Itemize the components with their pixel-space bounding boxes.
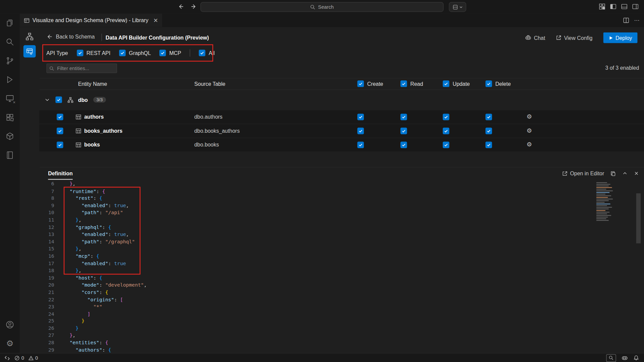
- update-checkbox[interactable]: [443, 114, 449, 120]
- view-config-button[interactable]: View Config: [556, 35, 592, 41]
- errors-indicator[interactable]: 0: [14, 355, 24, 361]
- warnings-indicator[interactable]: 0: [28, 355, 38, 361]
- api-option-mcp[interactable]: MCP: [159, 50, 181, 56]
- delete-checkbox[interactable]: [485, 128, 492, 134]
- remote-explorer-icon[interactable]: ✕: [0, 89, 20, 108]
- read-all-checkbox[interactable]: [400, 80, 407, 87]
- collapse-panel-icon[interactable]: [622, 171, 628, 176]
- search-box[interactable]: Search: [201, 2, 444, 12]
- open-in-editor-button[interactable]: Open in Editor: [562, 170, 604, 176]
- group-checkbox[interactable]: [55, 97, 62, 103]
- customize-layout-icon[interactable]: [599, 3, 605, 10]
- entity-name: books: [84, 141, 100, 147]
- more-actions-icon[interactable]: ⋯: [634, 17, 640, 23]
- api-option-graphql[interactable]: GraphQL: [119, 50, 151, 56]
- source-control-icon[interactable]: [0, 51, 20, 70]
- run-debug-icon[interactable]: [0, 70, 20, 89]
- layout-icon: [452, 4, 458, 10]
- divider: [190, 49, 190, 57]
- update-checkbox[interactable]: [443, 128, 449, 134]
- api-option-all[interactable]: All: [199, 50, 215, 56]
- divider: [101, 34, 102, 41]
- chevron-down-icon[interactable]: [44, 97, 50, 103]
- layout-switcher[interactable]: [449, 2, 466, 12]
- extensions-icon[interactable]: [0, 108, 20, 127]
- read-checkbox[interactable]: [400, 114, 407, 120]
- row-settings-gear-icon[interactable]: ⚙: [527, 127, 532, 134]
- toggle-sidebar-right-icon[interactable]: [632, 3, 639, 10]
- json-editor[interactable]: 6789101112131415161718192021222324252627…: [40, 180, 644, 353]
- mcp-label: MCP: [169, 50, 181, 56]
- editor-tab[interactable]: Visualize and Design Schema (Preview) - …: [20, 13, 162, 27]
- col-update: Update: [443, 80, 470, 87]
- update-checkbox[interactable]: [443, 141, 449, 148]
- row-settings-gear-icon[interactable]: ⚙: [527, 141, 532, 148]
- entity-name: books_authors: [84, 128, 122, 134]
- database-cube-icon[interactable]: [0, 127, 20, 145]
- entity-row-books[interactable]: books dbo.books ⚙: [40, 138, 644, 152]
- warning-icon: [28, 355, 34, 361]
- row-settings-gear-icon[interactable]: ⚙: [527, 113, 532, 120]
- copy-icon[interactable]: [610, 171, 616, 176]
- notebook-icon[interactable]: [0, 146, 20, 165]
- row-checkbox[interactable]: [57, 128, 63, 134]
- search-view-icon[interactable]: [0, 33, 20, 51]
- back-to-schema-button[interactable]: Back to Schema: [46, 34, 95, 40]
- filter-entities-input[interactable]: [46, 64, 117, 73]
- create-checkbox[interactable]: [357, 114, 364, 120]
- schema-visualize-icon[interactable]: [25, 32, 34, 41]
- notifications-bell-icon[interactable]: [633, 355, 639, 361]
- update-all-checkbox[interactable]: [443, 80, 449, 87]
- definition-tab[interactable]: Definition: [48, 170, 72, 180]
- back-arrow-icon[interactable]: [177, 3, 184, 10]
- copilot-chat-icon: [525, 35, 532, 41]
- delete-all-checkbox[interactable]: [485, 80, 492, 87]
- schema-icon: [67, 97, 73, 103]
- chat-button[interactable]: Chat: [525, 35, 545, 41]
- filter-entities-field[interactable]: [56, 65, 114, 72]
- entity-row-books-authors[interactable]: books_authors dbo.books_authors ⚙: [40, 124, 644, 137]
- vertical-scrollbar[interactable]: [636, 193, 641, 243]
- api-option-rest[interactable]: REST API: [76, 50, 110, 56]
- account-icon[interactable]: [0, 315, 20, 334]
- create-checkbox[interactable]: [357, 128, 364, 134]
- builder-toolbar: Back to Schema Data API Builder Configur…: [40, 32, 644, 44]
- split-editor-icon[interactable]: [623, 17, 629, 23]
- rest-api-checkbox[interactable]: [76, 50, 83, 56]
- deploy-button[interactable]: Deploy: [603, 33, 637, 43]
- all-checkbox[interactable]: [199, 50, 206, 56]
- entity-name: authors: [84, 114, 104, 120]
- entity-table-header: Entity Name Source Table Create Read Upd…: [40, 78, 644, 90]
- read-checkbox[interactable]: [400, 141, 407, 148]
- minimap[interactable]: [596, 182, 617, 244]
- mcp-checkbox[interactable]: [159, 50, 166, 56]
- code-lines[interactable]: }, "runtime": { "rest": { "enabled": tru…: [64, 181, 147, 354]
- title-bar: Search: [0, 0, 644, 14]
- row-checkbox[interactable]: [57, 141, 63, 148]
- settings-gear-icon[interactable]: ⚙: [0, 334, 20, 353]
- vscode-window: Search: [0, 0, 644, 362]
- forward-arrow-icon[interactable]: [191, 3, 197, 10]
- zoom-button[interactable]: [606, 354, 616, 362]
- remote-indicator-icon[interactable]: [4, 355, 10, 361]
- close-panel-icon[interactable]: [634, 171, 639, 176]
- graphql-checkbox[interactable]: [119, 50, 126, 56]
- create-checkbox[interactable]: [357, 141, 364, 148]
- col-delete: Delete: [485, 80, 511, 87]
- delete-checkbox[interactable]: [485, 141, 492, 148]
- close-tab-icon[interactable]: ✕: [153, 17, 158, 24]
- toggle-sidebar-left-icon[interactable]: [610, 3, 616, 10]
- enabled-summary: 3 of 3 enabled: [605, 65, 639, 71]
- entity-row-authors[interactable]: authors dbo.authors ⚙: [40, 110, 644, 123]
- back-label: Back to Schema: [56, 34, 95, 40]
- editor-tab-bar: Visualize and Design Schema (Preview) - …: [20, 13, 644, 27]
- create-all-checkbox[interactable]: [357, 80, 364, 87]
- toggle-panel-bottom-icon[interactable]: [621, 3, 628, 10]
- read-checkbox[interactable]: [400, 128, 407, 134]
- delete-checkbox[interactable]: [485, 114, 492, 120]
- schema-group-row[interactable]: dbo 3/3: [40, 93, 644, 107]
- explorer-icon[interactable]: [0, 13, 20, 32]
- copilot-status-icon[interactable]: [622, 355, 628, 361]
- row-checkbox[interactable]: [57, 114, 63, 120]
- data-api-builder-icon[interactable]: [23, 45, 36, 58]
